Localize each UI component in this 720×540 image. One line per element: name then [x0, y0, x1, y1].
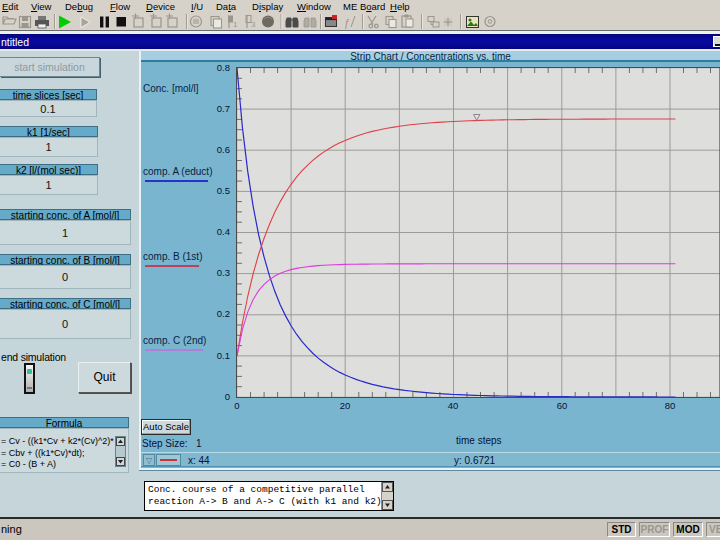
svg-text:1: 1: [233, 20, 238, 29]
svg-text:3: 3: [251, 20, 256, 29]
svg-text:ƒ: ƒ: [344, 17, 350, 29]
